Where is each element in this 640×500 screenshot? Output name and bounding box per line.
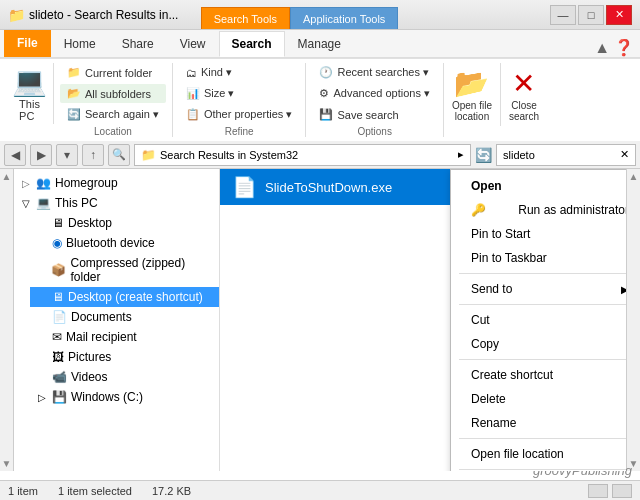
tree-item-documents[interactable]: 📄 Documents <box>30 307 219 327</box>
tree-item-windows[interactable]: ▷ 💾 Windows (C:) <box>30 387 219 407</box>
current-folder-btn[interactable]: 📁 Current folder <box>60 63 166 82</box>
search-input-bar[interactable]: slideto ✕ <box>496 144 636 166</box>
minimize-button[interactable]: — <box>550 5 576 25</box>
list-view-btn[interactable] <box>588 484 608 498</box>
ctx-pin-to-taskbar[interactable]: Pin to Taskbar <box>451 246 626 270</box>
send-to-arrow: ▶ <box>621 284 626 295</box>
all-subfolders-btn[interactable]: 📂 All subfolders <box>60 84 166 103</box>
admin-icon: 🔑 <box>471 203 486 217</box>
ctx-rename[interactable]: Rename <box>451 411 626 435</box>
expand-homegroup: ▷ <box>22 178 32 189</box>
right-scrollbar[interactable]: ▲ ▼ <box>626 169 640 471</box>
tab-home[interactable]: Home <box>51 31 109 57</box>
expand-this-pc: ▽ <box>22 198 32 209</box>
ctx-send-to[interactable]: Send to ▶ <box>451 277 626 301</box>
save-search-btn[interactable]: 💾 Save search <box>312 105 437 124</box>
tab-manage[interactable]: Manage <box>285 31 354 57</box>
ctx-open[interactable]: Open <box>451 174 626 198</box>
window-title: slideto - Search Results in... <box>29 8 181 22</box>
ctx-pin-to-start[interactable]: Pin to Start <box>451 222 626 246</box>
tab-share[interactable]: Share <box>109 31 167 57</box>
address-text: Search Results in System32 <box>160 149 454 161</box>
open-folder-icon: 📂 <box>454 67 489 100</box>
back-button[interactable]: ◀ <box>4 144 26 166</box>
options-group-label: Options <box>312 126 437 137</box>
ctx-open-file-location[interactable]: Open file location <box>451 442 626 466</box>
recent-searches-btn[interactable]: 🕐 Recent searches ▾ <box>312 63 437 82</box>
navbar: ◀ ▶ ▾ ↑ 🔍 📁 Search Results in System32 ▸… <box>0 141 640 169</box>
tree-item-homegroup[interactable]: ▷ 👥 Homegroup <box>14 173 219 193</box>
kind-icon: 🗂 <box>186 67 197 79</box>
size-icon: 📊 <box>186 87 200 100</box>
other-properties-btn[interactable]: 📋 Other properties ▾ <box>179 105 300 124</box>
ctx-delete[interactable]: Delete <box>451 387 626 411</box>
status-selected-count: 1 item selected <box>58 485 132 497</box>
forward-button[interactable]: ▶ <box>30 144 52 166</box>
ctx-copy[interactable]: Copy <box>451 332 626 356</box>
folder-icon: 📁 <box>67 66 81 79</box>
location-group-label: Location <box>60 126 166 137</box>
ctx-sep-1 <box>459 273 626 274</box>
properties-icon: 📋 <box>186 108 200 121</box>
file-panel: 📄 SlideToShutDown.exe Size: 17.2 KB Open… <box>220 169 626 471</box>
exe-file-icon: 📄 <box>232 175 257 199</box>
tab-file[interactable]: File <box>4 29 51 57</box>
homegroup-icon: 👥 <box>36 176 51 190</box>
save-icon: 💾 <box>319 108 333 121</box>
this-pc-button[interactable]: 💻 ThisPC <box>12 65 47 122</box>
videos-icon: 📹 <box>52 370 67 384</box>
documents-icon: 📄 <box>52 310 67 324</box>
close-button[interactable]: ✕ <box>606 5 632 25</box>
main-area: ▲ ▼ ▷ 👥 Homegroup ▽ 💻 This PC 🖥 Desktop … <box>0 169 640 471</box>
search-clear-icon[interactable]: ✕ <box>620 148 629 161</box>
desktop-icon: 🖥 <box>52 216 64 230</box>
search-again-btn[interactable]: 🔄 Search again ▾ <box>60 105 166 124</box>
pictures-icon: 🖼 <box>52 350 64 364</box>
advanced-options-btn[interactable]: ⚙ Advanced options ▾ <box>312 84 437 103</box>
titlebar: 📁 slideto - Search Results in... Search … <box>0 0 640 30</box>
application-tools-tab[interactable]: Application Tools <box>290 7 398 29</box>
ctx-run-as-admin[interactable]: 🔑Run as administrator <box>451 198 626 222</box>
tab-search[interactable]: Search <box>219 31 285 57</box>
tree-item-pictures[interactable]: 🖼 Pictures <box>30 347 219 367</box>
tree-panel: ▷ 👥 Homegroup ▽ 💻 This PC 🖥 Desktop ◉ Bl… <box>14 169 220 471</box>
size-btn[interactable]: 📊 Size ▾ <box>179 84 300 103</box>
refine-group-label: Refine <box>179 126 300 137</box>
tab-view[interactable]: View <box>167 31 219 57</box>
up-button[interactable]: ↑ <box>82 144 104 166</box>
refresh-icon: 🔄 <box>67 108 81 121</box>
shortcut-icon: 🖥 <box>52 290 64 304</box>
expand-windows: ▷ <box>38 392 48 403</box>
details-view-btn[interactable] <box>612 484 632 498</box>
search-bar-value: slideto <box>503 149 616 161</box>
tree-item-desktop-shortcut[interactable]: 🖥 Desktop (create shortcut) <box>30 287 219 307</box>
tree-item-compressed[interactable]: 📦 Compressed (zipped) folder <box>30 253 219 287</box>
help-up-btn[interactable]: ▲ <box>594 39 610 57</box>
tree-item-desktop[interactable]: 🖥 Desktop <box>30 213 219 233</box>
tree-item-videos[interactable]: 📹 Videos <box>30 367 219 387</box>
ctx-cut[interactable]: Cut <box>451 308 626 332</box>
search-nav-icon: 🔍 <box>108 144 130 166</box>
open-file-location-btn[interactable]: 📂 Open filelocation <box>444 63 501 126</box>
help-btn[interactable]: ❓ <box>614 38 634 57</box>
refresh-btn[interactable]: 🔄 <box>475 147 492 163</box>
address-bar[interactable]: 📁 Search Results in System32 ▸ <box>134 144 471 166</box>
subfolders-icon: 📂 <box>67 87 81 100</box>
this-pc-icon: 💻 <box>12 65 47 98</box>
tree-item-mail[interactable]: ✉ Mail recipient <box>30 327 219 347</box>
kind-btn[interactable]: 🗂 Kind ▾ <box>179 63 300 82</box>
windows-icon: 💾 <box>52 390 67 404</box>
tree-item-bluetooth[interactable]: ◉ Bluetooth device <box>30 233 219 253</box>
maximize-button[interactable]: □ <box>578 5 604 25</box>
address-arrow: ▸ <box>458 148 464 161</box>
this-pc-tree-icon: 💻 <box>36 196 51 210</box>
tree-item-this-pc[interactable]: ▽ 💻 This PC <box>14 193 219 213</box>
search-tools-tab[interactable]: Search Tools <box>201 7 290 29</box>
close-search-btn[interactable]: ✕ Closesearch <box>501 63 547 126</box>
statusbar: 1 item 1 item selected 17.2 KB <box>0 480 640 500</box>
ctx-create-shortcut[interactable]: Create shortcut <box>451 363 626 387</box>
open-file-location-label: Open filelocation <box>452 100 492 122</box>
recent-locations-button[interactable]: ▾ <box>56 144 78 166</box>
left-scrollbar[interactable]: ▲ ▼ <box>0 169 14 471</box>
this-pc-label: ThisPC <box>19 98 40 122</box>
